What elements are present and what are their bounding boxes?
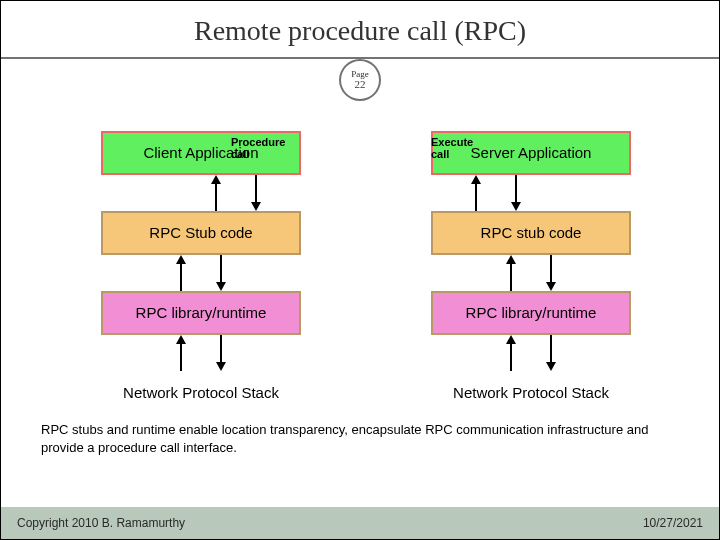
server-stub-box: RPC stub code [431,211,631,255]
execute-call-label: Execute call [431,137,486,160]
slide-title: Remote procedure call (RPC) [1,1,719,47]
rpc-diagram: Client Application Procedure call RPC St… [1,131,719,451]
slide: Remote procedure call (RPC) Page 22 Clie… [0,0,720,540]
copyright-text: Copyright 2010 B. Ramamurthy [17,516,185,530]
page-number: 22 [355,79,366,90]
client-netstack-box: Network Protocol Stack [101,371,301,415]
page-badge: Page 22 [339,59,381,101]
caption-text: RPC stubs and runtime enable location tr… [41,421,679,457]
footer-bar: Copyright 2010 B. Ramamurthy 10/27/2021 [1,507,719,539]
procedure-call-label: Procedure call [231,137,301,160]
client-runtime-box: RPC library/runtime [101,291,301,335]
server-runtime-box: RPC library/runtime [431,291,631,335]
client-stub-box: RPC Stub code [101,211,301,255]
date-text: 10/27/2021 [643,516,703,530]
server-netstack-box: Network Protocol Stack [431,371,631,415]
